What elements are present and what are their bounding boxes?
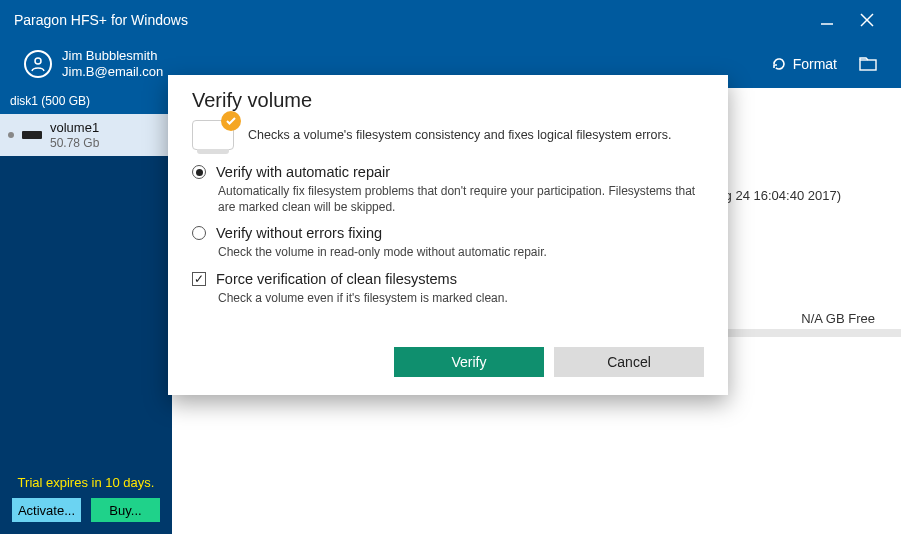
verify-dialog: Verify volume Checks a volume's filesyst… <box>168 75 728 395</box>
refresh-icon <box>771 56 787 72</box>
app-title: Paragon HFS+ for Windows <box>14 12 188 28</box>
person-icon <box>30 56 46 72</box>
minimize-icon <box>820 13 834 27</box>
dialog-title: Verify volume <box>192 89 704 112</box>
radio-icon <box>192 226 206 240</box>
user-email: Jim.B@email.con <box>62 64 163 80</box>
option-no-fix[interactable]: Verify without errors fixing Check the v… <box>192 225 704 260</box>
checkbox-icon <box>192 272 206 286</box>
folder-icon <box>859 57 877 71</box>
option-desc: Check the volume in read-only mode witho… <box>218 244 704 260</box>
free-space-label: N/A GB Free <box>801 311 875 326</box>
status-dot-icon <box>8 132 14 138</box>
minimize-button[interactable] <box>807 0 847 40</box>
timestamp-fragment: g 24 16:04:40 2017) <box>725 188 841 203</box>
check-badge-icon <box>221 111 241 131</box>
trial-notice: Trial expires in 10 days. <box>0 469 172 498</box>
option-desc: Automatically fix filesystem problems th… <box>218 183 704 215</box>
verify-button[interactable]: Verify <box>394 347 544 377</box>
close-button[interactable] <box>847 0 887 40</box>
svg-rect-4 <box>860 60 876 70</box>
volume-item[interactable]: volume1 50.78 Gb <box>0 114 172 156</box>
svg-point-3 <box>35 58 41 64</box>
radio-icon <box>192 165 206 179</box>
drive-icon <box>22 131 42 139</box>
option-label: Verify without errors fixing <box>216 225 382 241</box>
user-name: Jim Bubblesmith <box>62 48 163 64</box>
activate-button[interactable]: Activate... <box>12 498 81 522</box>
title-bar: Paragon HFS+ for Windows <box>0 0 901 40</box>
option-force-verify[interactable]: Force verification of clean filesystems … <box>192 271 704 306</box>
buy-button[interactable]: Buy... <box>91 498 160 522</box>
sidebar: disk1 (500 GB) volume1 50.78 Gb Trial ex… <box>0 88 172 534</box>
volume-name: volume1 <box>50 120 99 136</box>
close-icon <box>859 12 875 28</box>
option-label: Force verification of clean filesystems <box>216 271 457 287</box>
dialog-subtitle: Checks a volume's filesystem consistency… <box>248 128 671 142</box>
option-label: Verify with automatic repair <box>216 164 390 180</box>
user-avatar[interactable] <box>24 50 52 78</box>
volume-size: 50.78 Gb <box>50 136 99 150</box>
user-info: Jim Bubblesmith Jim.B@email.con <box>62 48 163 79</box>
option-auto-repair[interactable]: Verify with automatic repair Automatical… <box>192 164 704 215</box>
format-label: Format <box>793 56 837 72</box>
folder-button[interactable] <box>859 57 877 71</box>
app-window: Paragon HFS+ for Windows Jim Bubblesmith… <box>0 0 901 534</box>
disk-header[interactable]: disk1 (500 GB) <box>0 88 172 114</box>
option-desc: Check a volume even if it's filesystem i… <box>218 290 704 306</box>
cancel-button[interactable]: Cancel <box>554 347 704 377</box>
format-button[interactable]: Format <box>771 56 837 72</box>
drive-large-icon <box>192 120 234 150</box>
